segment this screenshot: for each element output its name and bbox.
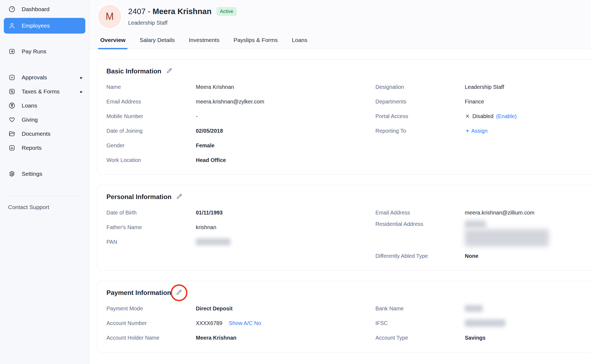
sidebar-item-taxes-forms[interactable]: Taxes & Forms ▸: [0, 84, 89, 99]
tab-salary-details[interactable]: Salary Details: [139, 34, 175, 49]
enable-portal-link[interactable]: (Enable): [496, 113, 517, 119]
disabled-x-icon: [465, 113, 472, 119]
employee-designation: Leadership Staff: [128, 20, 237, 26]
sidebar-item-label: Taxes & Forms: [22, 88, 74, 95]
field-row: Account Type Savings: [375, 330, 591, 345]
field-row: Work Location Head Office: [106, 153, 375, 167]
field-row: Date of Birth 01/11/1993: [106, 205, 375, 220]
tab-loans[interactable]: Loans: [291, 34, 308, 49]
page-title: 2407 - Meera Krishnan: [128, 7, 212, 16]
field-row-pan: PAN: [106, 235, 375, 249]
field-row: Email Address meera.krishnan@zillium.com: [375, 205, 591, 220]
employees-icon: [8, 22, 16, 30]
sidebar: Dashboard Employees Pay Runs Approvals ▸…: [0, 0, 89, 364]
documents-icon: [8, 130, 16, 138]
sidebar-item-label: Reports: [22, 145, 84, 151]
tab-payslips-forms[interactable]: Payslips & Forms: [233, 34, 278, 49]
personal-information-card: Personal Information Date of Birth 01/11…: [97, 185, 591, 271]
dashboard-icon: [8, 5, 16, 13]
avatar: M: [98, 5, 121, 28]
sidebar-item-pay-runs[interactable]: Pay Runs: [0, 44, 89, 58]
field-row: Departments Finance: [375, 94, 591, 109]
sidebar-item-label: Giving: [22, 116, 84, 123]
sidebar-item-label: Settings: [22, 171, 84, 177]
edit-payment-info-button-highlighted[interactable]: [175, 289, 183, 297]
field-row: Designation Leadership Staff: [375, 80, 591, 94]
field-row-reporting-to: Reporting To Assign: [375, 123, 591, 138]
field-row: Differently Abled Type None: [375, 249, 591, 263]
sidebar-item-label: Dashboard: [22, 6, 84, 12]
redacted-pan-value: [196, 238, 230, 245]
field-row: Gender Female: [106, 138, 375, 153]
contact-support-link[interactable]: Contact Support: [0, 196, 89, 218]
card-title: Payment Information: [106, 289, 171, 297]
redacted-address-value: [465, 220, 549, 249]
pencil-icon: [166, 67, 173, 75]
chevron-right-icon: ▸: [80, 75, 83, 80]
sidebar-item-giving[interactable]: Giving: [0, 113, 89, 127]
sidebar-item-dashboard[interactable]: Dashboard: [0, 2, 89, 16]
field-row: Name Meera Krishnan: [106, 80, 375, 94]
employee-header: M 2407 - Meera Krishnan Active Leadershi…: [89, 0, 591, 28]
sidebar-item-settings[interactable]: Settings: [0, 167, 89, 181]
status-badge: Active: [216, 7, 237, 16]
field-row: Account Holder Name Meera Krishnan: [106, 330, 375, 345]
show-account-number-link[interactable]: Show A/C No: [229, 320, 261, 326]
card-title: Personal Information: [106, 193, 171, 201]
field-row: Father's Name krishnan: [106, 220, 375, 235]
sidebar-item-label: Documents: [22, 131, 84, 137]
field-row-residential-address: Residential Address: [375, 220, 591, 249]
pay-runs-icon: [8, 48, 16, 55]
edit-personal-info-button[interactable]: [175, 193, 183, 201]
main-content: M 2407 - Meera Krishnan Active Leadershi…: [89, 0, 591, 364]
employee-name: Meera Krishnan: [152, 7, 212, 16]
field-row: Email Address meera.krishnan@zylker.com: [106, 94, 375, 109]
field-row-bank-name: Bank Name: [375, 301, 591, 316]
tab-investments[interactable]: Investments: [188, 34, 220, 49]
sidebar-item-employees[interactable]: Employees: [4, 18, 85, 34]
pencil-icon: [176, 289, 183, 297]
sidebar-item-label: Approvals: [22, 74, 74, 81]
field-row-ifsc: IFSC: [375, 316, 591, 330]
reports-icon: [8, 144, 16, 152]
tab-overview[interactable]: Overview: [100, 34, 126, 49]
edit-basic-info-button[interactable]: [165, 67, 173, 75]
sidebar-item-loans[interactable]: Loans: [0, 99, 89, 113]
overview-panel: Basic Information Name Meera Krishnan Em…: [89, 49, 591, 364]
giving-icon: [8, 116, 16, 123]
card-title: Basic Information: [106, 67, 161, 75]
taxes-forms-icon: [8, 88, 16, 95]
chevron-right-icon: ▸: [80, 89, 83, 95]
employee-id: 2407 -: [128, 7, 150, 16]
field-row: Mobile Number -: [106, 109, 375, 123]
sidebar-item-label: Employees: [22, 22, 84, 29]
payment-information-card: Payment Information Payment Mode Direct …: [97, 281, 591, 352]
assign-reporting-to-link[interactable]: Assign: [465, 128, 488, 134]
field-row: Payment Mode Direct Deposit: [106, 301, 375, 316]
sidebar-item-documents[interactable]: Documents: [0, 127, 89, 141]
tab-bar: Overview Salary Details Investments Pays…: [89, 34, 591, 49]
sidebar-item-label: Pay Runs: [22, 48, 84, 55]
basic-information-card: Basic Information Name Meera Krishnan Em…: [97, 59, 591, 175]
redacted-bank-name-value: [465, 305, 483, 312]
sidebar-item-label: Loans: [22, 102, 84, 109]
loans-icon: [8, 102, 16, 109]
approvals-icon: [8, 74, 16, 81]
field-row-portal-access: Portal Access Disabled (Enable): [375, 109, 591, 123]
plus-icon: [465, 128, 471, 134]
sidebar-item-approvals[interactable]: Approvals ▸: [0, 70, 89, 84]
field-row: Date of Joining 02/05/2018: [106, 123, 375, 138]
settings-icon: [8, 170, 16, 178]
pencil-icon: [176, 193, 183, 201]
field-row-account-number: Account Number XXXX6789 Show A/C No: [106, 316, 375, 330]
redacted-ifsc-value: [465, 319, 505, 327]
sidebar-item-reports[interactable]: Reports: [0, 141, 89, 155]
